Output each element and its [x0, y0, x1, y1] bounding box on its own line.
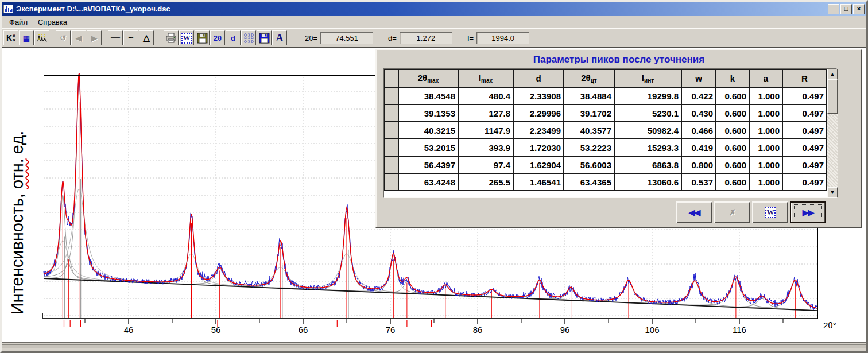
table-scrollbar[interactable]: ▲ ▼ — [827, 69, 838, 197]
peak-value-cell[interactable]: 127.8 — [458, 104, 513, 122]
peak-value-cell[interactable]: 0.497 — [782, 87, 827, 104]
peak-value-cell[interactable]: 97.4 — [458, 156, 513, 173]
peak-table-row[interactable]: 53.2015393.91.7203053.222315293.30.4190.… — [385, 139, 827, 156]
peak-value-cell[interactable]: 40.3215 — [398, 122, 458, 139]
smooth-curve-button[interactable]: ~ — [123, 30, 138, 45]
peak-value-cell[interactable]: 2.33908 — [513, 87, 564, 104]
peak-value-cell[interactable]: 0.600 — [716, 156, 749, 173]
peak-search-button[interactable] — [34, 30, 49, 45]
peak-value-cell[interactable]: 0.497 — [782, 122, 827, 139]
peak-value-cell[interactable]: 38.4548 — [398, 87, 458, 104]
peak-value-cell[interactable]: 19299.8 — [614, 87, 681, 104]
peak-table-row[interactable]: 40.32151147.92.2349940.357750982.40.4660… — [385, 122, 827, 139]
row-selector-cell[interactable] — [385, 156, 398, 173]
word-report-button[interactable]: W — [752, 201, 788, 223]
peak-value-cell[interactable]: 39.1702 — [564, 104, 614, 122]
peak-value-cell[interactable]: 15293.3 — [614, 139, 681, 156]
peak-value-cell[interactable]: 1.46541 — [513, 173, 564, 191]
row-selector-cell[interactable] — [385, 139, 398, 156]
peak-value-cell[interactable]: 0.800 — [681, 156, 716, 173]
peak-value-cell[interactable]: 50982.4 — [614, 122, 681, 139]
toolbar-readouts: 2θ=74.551d=1.272I=1994.0 — [305, 32, 529, 44]
peak-value-cell[interactable]: 2.23499 — [513, 122, 564, 139]
peak-value-cell[interactable]: 40.3577 — [564, 122, 614, 139]
save-blue-button[interactable] — [257, 30, 272, 45]
peak-profile-button[interactable]: △ — [139, 30, 154, 45]
scroll-down-button[interactable]: ▼ — [827, 187, 838, 197]
peak-value-cell[interactable]: 0.422 — [681, 87, 716, 104]
peak-value-cell[interactable]: 53.2223 — [564, 139, 614, 156]
row-selector-cell[interactable] — [385, 87, 398, 104]
menu-help[interactable]: Справка — [34, 17, 71, 28]
peak-value-cell[interactable]: 0.600 — [716, 139, 749, 156]
peak-value-cell[interactable]: 6863.8 — [614, 156, 681, 173]
peak-value-cell[interactable]: 0.537 — [681, 173, 716, 191]
peak-value-cell[interactable]: 0.600 — [716, 87, 749, 104]
peak-value-cell[interactable]: 1.000 — [749, 104, 782, 122]
peak-value-cell[interactable]: 0.466 — [681, 122, 716, 139]
peak-table-row[interactable]: 38.4548480.42.3390838.488419299.80.4220.… — [385, 87, 827, 104]
word-export-button[interactable]: W — [179, 30, 194, 45]
peak-value-cell[interactable]: 0.430 — [681, 104, 716, 122]
page-back-button[interactable]: ◀◀ — [676, 201, 712, 223]
row-selector-cell[interactable] — [385, 173, 398, 191]
peak-value-cell[interactable]: 1.000 — [749, 122, 782, 139]
grid-toggle-button[interactable] — [241, 30, 256, 45]
peak-value-cell[interactable]: 1.62904 — [513, 156, 564, 173]
peak-value-cell[interactable]: 393.9 — [458, 139, 513, 156]
peak-value-cell[interactable]: 2.29996 — [513, 104, 564, 122]
peak-value-cell[interactable]: 39.1353 — [398, 104, 458, 122]
menu-file[interactable]: Файл — [5, 17, 32, 28]
font-button[interactable]: A — [272, 30, 287, 45]
peak-value-cell[interactable]: 63.4248 — [398, 173, 458, 191]
peak-value-cell[interactable]: 0.497 — [782, 173, 827, 191]
row-selector-cell[interactable] — [385, 104, 398, 122]
peak-value-cell[interactable]: 56.4397 — [398, 156, 458, 173]
d-spacing-mode-button[interactable]: d — [226, 30, 241, 45]
next-peak-button: ▶ — [87, 30, 102, 45]
peak-value-cell[interactable]: 56.6003 — [564, 156, 614, 173]
peak-value-cell[interactable]: 0.600 — [716, 122, 749, 139]
d-spacing-readout[interactable]: 1.272 — [400, 32, 452, 44]
peak-value-cell[interactable]: 63.4365 — [564, 173, 614, 191]
close-button[interactable]: × — [853, 4, 865, 14]
peak-value-cell[interactable]: 1.000 — [749, 87, 782, 104]
peak-value-cell[interactable]: 0.600 — [716, 104, 749, 122]
print-button[interactable] — [164, 30, 179, 45]
peak-table-row[interactable]: 39.1353127.82.2999639.17025230.10.4300.6… — [385, 104, 827, 122]
k-alpha-button[interactable]: K#α — [3, 30, 18, 45]
peak-value-cell[interactable]: 0.497 — [782, 104, 827, 122]
maximize-button[interactable]: □ — [840, 4, 852, 14]
scrollbar-thumb[interactable] — [827, 79, 838, 114]
intensity-readout[interactable]: 1994.0 — [476, 32, 529, 44]
row-selector-cell[interactable] — [385, 122, 398, 139]
peak-value-cell[interactable]: 1.000 — [749, 173, 782, 191]
scrollbar-track[interactable] — [827, 114, 838, 187]
peak-table-row[interactable]: 56.439797.41.6290456.60036863.80.8000.60… — [385, 156, 827, 173]
peak-value-cell[interactable]: 1.72030 — [513, 139, 564, 156]
peak-value-cell[interactable]: 1147.9 — [458, 122, 513, 139]
peak-value-cell[interactable]: 38.4884 — [564, 87, 614, 104]
two-theta-readout[interactable]: 74.551 — [320, 32, 373, 44]
peak-value-cell[interactable]: 5230.1 — [614, 104, 681, 122]
two-theta-mode-button[interactable]: 2θ — [210, 30, 225, 45]
background-line-button[interactable]: — — [108, 30, 123, 45]
peak-value-cell[interactable]: 1.000 — [749, 156, 782, 173]
peak-value-cell[interactable]: 0.419 — [681, 139, 716, 156]
peak-value-cell[interactable]: 0.497 — [782, 139, 827, 156]
save-dark-button[interactable] — [195, 30, 210, 45]
peak-table-row[interactable]: 63.4248265.51.4654163.436513060.60.5370.… — [385, 173, 827, 191]
peak-value-cell[interactable]: 0.497 — [782, 156, 827, 173]
page-forward-button[interactable]: ▶▶ — [790, 201, 826, 223]
peak-value-cell[interactable]: 13060.6 — [614, 173, 681, 191]
peak-value-cell[interactable]: 53.2015 — [398, 139, 458, 156]
intensity-readout-group: I=1994.0 — [467, 32, 529, 44]
x-axis-unit-label: 2θ° — [823, 320, 836, 330]
peak-value-cell[interactable]: 0.600 — [716, 173, 749, 191]
scroll-up-button[interactable]: ▲ — [827, 69, 838, 79]
peak-table-button[interactable]: ▦ — [19, 30, 34, 45]
peak-value-cell[interactable]: 265.5 — [458, 173, 513, 191]
peak-value-cell[interactable]: 1.000 — [749, 139, 782, 156]
peak-value-cell[interactable]: 480.4 — [458, 87, 513, 104]
minimize-button[interactable]: _ — [828, 4, 839, 14]
